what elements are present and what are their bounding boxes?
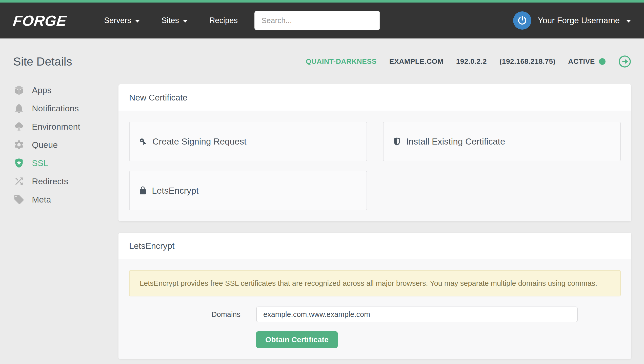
domains-form-row: Domains — [129, 307, 621, 322]
sidebar-item-apps[interactable]: Apps — [13, 81, 118, 99]
sidebar-item-meta[interactable]: Meta — [13, 190, 118, 209]
sidebar-item-ssl[interactable]: SSL — [13, 154, 118, 172]
letsencrypt-info-alert: LetsEncrypt provides free SSL certificat… — [129, 270, 621, 296]
search-input[interactable] — [254, 11, 380, 30]
server-private-ip: (192.168.218.75) — [499, 57, 555, 66]
site-domain-link[interactable]: EXAMPLE.COM — [389, 57, 444, 66]
sidebar-item-label: Meta — [32, 195, 51, 205]
card-label: Create Signing Request — [152, 136, 247, 147]
card-label: LetsEncrypt — [152, 186, 199, 196]
forge-logo[interactable]: FORGE — [12, 12, 67, 29]
tree-icon — [13, 121, 25, 132]
sidebar-item-label: Notifications — [32, 104, 79, 113]
main-column: New Certificate — [118, 81, 631, 359]
menu-sites[interactable]: Sites — [162, 16, 188, 25]
main-menu: Servers Sites Recipes — [104, 16, 238, 25]
panel-title: LetsEncrypt — [118, 233, 631, 259]
install-existing-certificate-card[interactable]: Install Existing Certificate — [383, 122, 621, 161]
content-layout: Apps Notifications — [13, 81, 631, 359]
top-accent-bar — [0, 0, 644, 3]
user-menu[interactable]: Your Forge Username — [513, 11, 631, 30]
domains-label: Domains — [129, 310, 256, 319]
page-title: Site Details — [13, 55, 72, 68]
shield-icon — [392, 137, 402, 146]
new-certificate-body: Create Signing Request Install Existing — [118, 111, 631, 221]
username: Your Forge Username — [538, 16, 620, 25]
new-certificate-panel: New Certificate — [118, 84, 631, 221]
sidebar-item-notifications[interactable]: Notifications — [13, 99, 118, 117]
chevron-down-icon — [135, 20, 140, 23]
menu-recipes-label: Recipes — [209, 16, 238, 25]
sidebar-item-label: Environment — [32, 122, 80, 132]
status-badge: ACTIVE — [568, 57, 606, 66]
server-ip: 192.0.2.2 — [456, 57, 487, 66]
sidebar-item-redirects[interactable]: Redirects — [13, 172, 118, 190]
avatar — [513, 11, 531, 30]
tag-icon — [13, 194, 25, 205]
status-dot-icon — [599, 58, 606, 65]
sidebar-item-queue[interactable]: Queue — [13, 136, 118, 154]
sidebar-item-label: Apps — [32, 85, 52, 95]
lock-icon — [138, 186, 147, 195]
page-header: Site Details QUAINT-DARKNESS EXAMPLE.COM… — [13, 55, 631, 68]
page-content: Site Details QUAINT-DARKNESS EXAMPLE.COM… — [0, 55, 644, 359]
domains-input[interactable] — [256, 307, 578, 322]
sidebar-item-environment[interactable]: Environment — [13, 117, 118, 136]
sidebar-item-label: Queue — [32, 140, 58, 150]
sidebar-item-label: Redirects — [32, 176, 68, 186]
panel-title: New Certificate — [118, 84, 631, 111]
card-label: Install Existing Certificate — [406, 136, 505, 147]
letsencrypt-card[interactable]: LetsEncrypt — [129, 171, 367, 210]
shuffle-icon — [13, 175, 25, 187]
site-sidebar: Apps Notifications — [13, 81, 118, 209]
form-actions: Obtain Certificate — [129, 331, 621, 348]
create-signing-request-card[interactable]: Create Signing Request — [129, 122, 367, 161]
chevron-down-icon — [183, 20, 188, 23]
go-to-site-button[interactable] — [618, 55, 631, 68]
shield-star-icon — [13, 157, 25, 169]
bell-icon — [13, 103, 25, 114]
power-icon — [517, 15, 528, 26]
menu-recipes[interactable]: Recipes — [209, 16, 238, 25]
letsencrypt-body: LetsEncrypt provides free SSL certificat… — [118, 259, 631, 359]
cube-icon — [13, 84, 25, 96]
sidebar-item-label: SSL — [32, 158, 48, 168]
menu-sites-label: Sites — [162, 16, 179, 25]
chevron-down-icon — [626, 20, 631, 23]
obtain-certificate-button[interactable]: Obtain Certificate — [256, 331, 338, 348]
letsencrypt-panel: LetsEncrypt LetsEncrypt provides free SS… — [118, 233, 631, 359]
arrow-right-circle-icon — [618, 55, 631, 68]
gear-icon — [13, 139, 25, 151]
app-root: FORGE Servers Sites Recipes Your For — [0, 0, 644, 364]
menu-servers[interactable]: Servers — [104, 16, 140, 25]
server-name-link[interactable]: QUAINT-DARKNESS — [306, 57, 377, 66]
status-label: ACTIVE — [568, 57, 595, 66]
site-meta-bar: QUAINT-DARKNESS EXAMPLE.COM 192.0.2.2 (1… — [306, 55, 631, 68]
key-icon — [138, 137, 148, 146]
top-navbar: FORGE Servers Sites Recipes Your For — [0, 3, 644, 38]
menu-servers-label: Servers — [104, 16, 131, 25]
certificate-options: Create Signing Request Install Existing — [129, 122, 621, 210]
